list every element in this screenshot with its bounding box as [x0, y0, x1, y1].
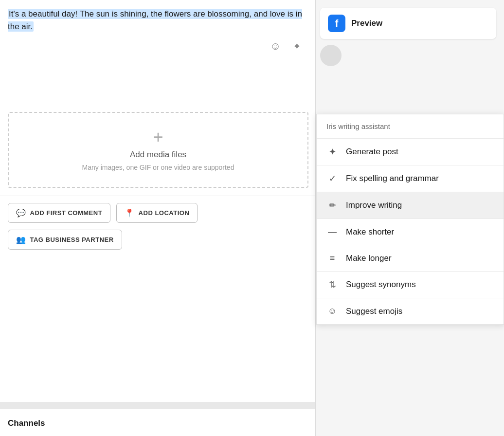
- fix-spelling-icon: ✓: [326, 173, 338, 184]
- iris-header: Iris writing assistant: [317, 114, 504, 139]
- tag-business-partner-button[interactable]: 👥 TAG BUSINESS PARTNER: [8, 230, 122, 250]
- iris-item-improve-writing[interactable]: ✏ Improve writing: [317, 192, 504, 219]
- iris-item-suggest-synonyms[interactable]: ⇅ Suggest synonyms: [317, 272, 504, 298]
- make-shorter-icon: —: [326, 227, 338, 237]
- iris-item-suggest-emojis[interactable]: ☺ Suggest emojis: [317, 298, 504, 325]
- suggest-synonyms-icon: ⇅: [326, 279, 338, 290]
- sparkle-button[interactable]: ✦: [289, 38, 305, 54]
- iris-item-make-shorter[interactable]: — Make shorter: [317, 219, 504, 245]
- make-longer-icon: ≡: [326, 253, 338, 263]
- make-longer-label: Make longer: [346, 254, 392, 263]
- iris-dropdown: Iris writing assistant ✦ Generate post ✓…: [316, 114, 504, 325]
- media-upload-title: Add media files: [130, 150, 186, 160]
- improve-writing-icon: ✏: [326, 200, 338, 211]
- sparkle-icon: ✦: [293, 40, 301, 52]
- action-buttons-row-1: 💬 ADD FIRST COMMENT 📍 ADD LOCATION: [0, 196, 316, 230]
- media-upload-area[interactable]: + Add media files Many images, one GIF o…: [8, 112, 308, 188]
- iris-item-fix-spelling[interactable]: ✓ Fix spelling and grammar: [317, 165, 504, 192]
- suggest-emojis-icon: ☺: [326, 306, 338, 316]
- suggest-emojis-label: Suggest emojis: [346, 307, 402, 316]
- people-icon: 👥: [16, 235, 26, 244]
- media-upload-subtitle: Many images, one GIF or one video are su…: [82, 164, 234, 171]
- text-actions: ☺ ✦: [8, 33, 308, 60]
- channels-section: Channels: [0, 409, 316, 436]
- facebook-icon: f: [328, 15, 345, 32]
- left-panel: It's a beautiful day! The sun is shining…: [0, 0, 316, 436]
- iris-item-generate-post[interactable]: ✦ Generate post: [317, 139, 504, 165]
- channels-title: Channels: [8, 418, 308, 428]
- generate-post-label: Generate post: [346, 147, 398, 157]
- text-area-wrapper: It's a beautiful day! The sun is shining…: [0, 0, 316, 112]
- generate-post-icon: ✦: [326, 146, 338, 157]
- add-location-button[interactable]: 📍 ADD LOCATION: [116, 203, 198, 223]
- avatar-placeholder: [320, 45, 342, 66]
- fix-spelling-label: Fix spelling and grammar: [346, 174, 439, 183]
- improve-writing-label: Improve writing: [346, 200, 402, 210]
- emoji-icon: ☺: [270, 40, 281, 53]
- bottom-bar: [0, 402, 316, 409]
- iris-item-make-longer[interactable]: ≡ Make longer: [317, 245, 504, 272]
- tag-row: 👥 TAG BUSINESS PARTNER: [0, 230, 316, 256]
- media-plus-icon: +: [153, 128, 163, 146]
- emoji-button[interactable]: ☺: [268, 38, 283, 54]
- preview-label: Preview: [351, 18, 382, 28]
- right-panel: f Preview Iris writing assistant ✦ Gener…: [316, 0, 504, 436]
- location-icon: 📍: [125, 208, 135, 218]
- suggest-synonyms-label: Suggest synonyms: [346, 280, 416, 290]
- add-first-comment-button[interactable]: 💬 ADD FIRST COMMENT: [8, 203, 110, 223]
- preview-card: f Preview: [320, 8, 496, 39]
- make-shorter-label: Make shorter: [346, 227, 394, 237]
- comment-icon: 💬: [16, 208, 26, 218]
- post-text: It's a beautiful day! The sun is shining…: [8, 8, 308, 33]
